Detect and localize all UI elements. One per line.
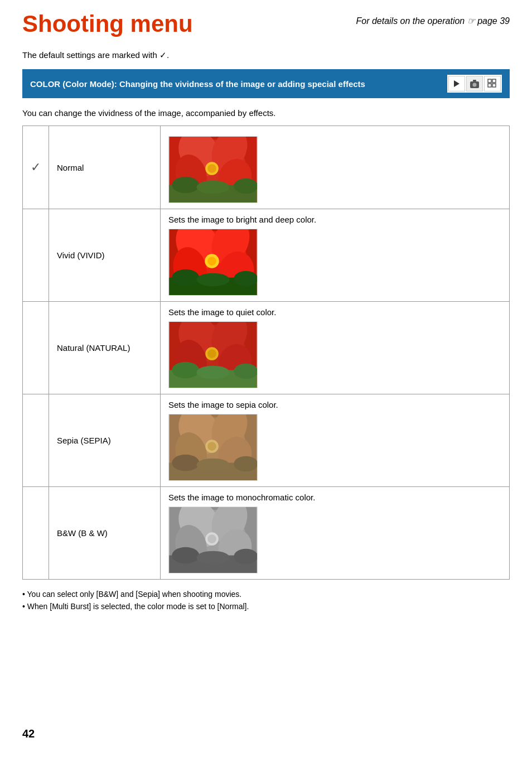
svg-point-55 — [234, 456, 257, 472]
modes-table: ✓Normal Vivid (VIVID)Sets the image to b… — [22, 126, 510, 580]
table-row: Sepia (SEPIA)Sets the image to sepia col… — [23, 394, 510, 487]
svg-point-2 — [473, 83, 477, 87]
svg-rect-7 — [492, 84, 496, 87]
svg-point-63 — [207, 534, 216, 543]
mode-description: Sets the image to monochromatic color. — [161, 487, 510, 580]
mode-image-natural — [168, 321, 258, 388]
header-subtitle: For details on the operation ☞ page 39 — [356, 16, 510, 26]
svg-point-66 — [197, 551, 230, 565]
svg-rect-3 — [473, 80, 476, 81]
check-cell — [23, 394, 49, 487]
mode-image-bw — [168, 507, 258, 573]
color-mode-banner: COLOR (Color Mode): Changing the vividne… — [22, 69, 510, 98]
mode-desc-text: Sets the image to sepia color. — [168, 400, 501, 409]
mode-description: Sets the image to quiet color. — [161, 302, 510, 394]
page-title: Shooting menu — [22, 11, 193, 37]
mode-desc-text: Sets the image to quiet color. — [168, 307, 501, 317]
svg-point-19 — [234, 179, 257, 194]
svg-point-53 — [172, 455, 199, 471]
mode-image-normal — [168, 136, 258, 203]
mode-label: B&W (B & W) — [49, 487, 161, 580]
table-row: ✓Normal — [23, 126, 510, 209]
svg-point-67 — [234, 549, 257, 565]
svg-point-30 — [197, 273, 230, 287]
svg-point-17 — [172, 177, 199, 194]
check-cell — [23, 302, 49, 394]
svg-marker-0 — [454, 80, 460, 87]
default-note: The default settings are marked with ✓. — [22, 50, 510, 60]
mode-image-vivid — [168, 229, 258, 296]
svg-point-27 — [207, 257, 216, 266]
check-cell — [23, 209, 49, 302]
table-row: Vivid (VIVID)Sets the image to bright an… — [23, 209, 510, 302]
svg-rect-5 — [492, 79, 496, 83]
grid-mode-icon — [484, 76, 501, 91]
check-cell: ✓ — [23, 126, 49, 209]
svg-point-39 — [207, 349, 216, 358]
mode-label: Natural (NATURAL) — [49, 302, 161, 394]
footnote-item: When [Multi Burst] is selected, the colo… — [22, 602, 510, 611]
mode-description: Sets the image to sepia color. — [161, 394, 510, 487]
mode-label: Normal — [49, 126, 161, 209]
checkmark-icon: ✓ — [31, 160, 41, 174]
mode-description — [161, 126, 510, 209]
svg-point-43 — [234, 364, 257, 379]
camera-mode-icon — [466, 76, 483, 91]
table-row: B&W (B & W)Sets the image to monochromat… — [23, 487, 510, 580]
svg-point-41 — [172, 362, 199, 379]
mode-desc-text: Sets the image to monochromatic color. — [168, 493, 501, 502]
mode-label: Sepia (SEPIA) — [49, 394, 161, 487]
svg-rect-6 — [488, 84, 491, 87]
page-header: Shooting menu For details on the operati… — [22, 11, 510, 37]
intro-text: You can change the vividness of the imag… — [22, 108, 510, 118]
footnote-item: You can select only [B&W] and [Sepia] wh… — [22, 590, 510, 599]
svg-rect-4 — [488, 79, 491, 83]
banner-text: COLOR (Color Mode): Changing the vividne… — [30, 79, 447, 89]
svg-point-29 — [172, 269, 199, 286]
svg-point-54 — [197, 459, 230, 472]
svg-point-31 — [234, 271, 257, 287]
banner-icons — [447, 75, 502, 93]
svg-point-18 — [197, 181, 230, 194]
svg-point-42 — [197, 366, 230, 379]
mode-desc-text: Sets the image to bright and deep color. — [168, 215, 501, 224]
svg-point-15 — [207, 164, 216, 173]
table-row: Natural (NATURAL)Sets the image to quiet… — [23, 302, 510, 394]
mode-label: Vivid (VIVID) — [49, 209, 161, 302]
svg-point-51 — [207, 442, 216, 451]
check-cell — [23, 487, 49, 580]
mode-image-sepia — [168, 414, 258, 481]
page-number: 42 — [22, 727, 35, 740]
mode-description: Sets the image to bright and deep color. — [161, 209, 510, 302]
footnotes: You can select only [B&W] and [Sepia] wh… — [22, 590, 510, 611]
play-mode-icon — [448, 76, 465, 91]
svg-point-65 — [172, 547, 199, 564]
